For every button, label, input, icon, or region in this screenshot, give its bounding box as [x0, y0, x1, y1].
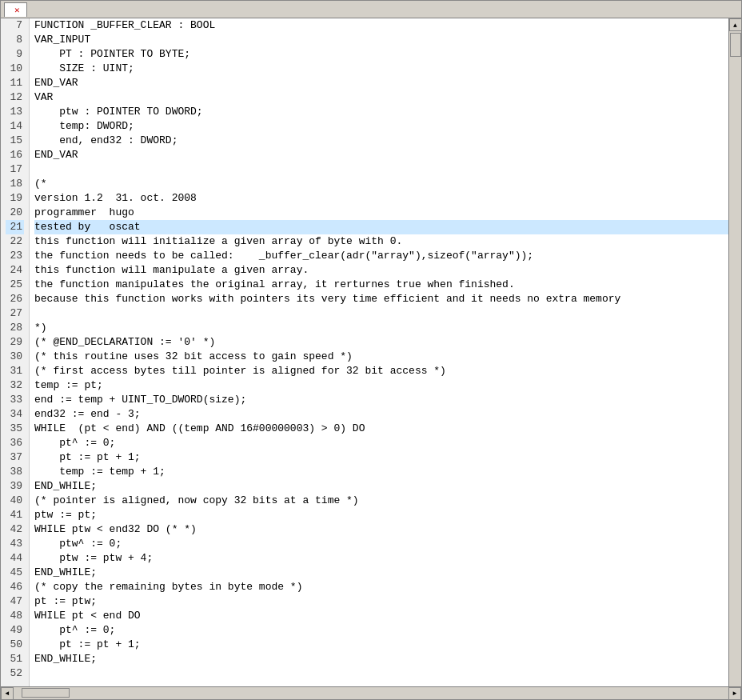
code-text: this function will manipulate a given ar…: [34, 263, 309, 278]
code-text: because this function works with pointer…: [34, 292, 620, 306]
horizontal-scrollbar[interactable]: ◄ ►: [1, 686, 741, 699]
line-number: 20: [6, 206, 24, 220]
line-number: 38: [6, 465, 24, 479]
code-line: (* copy the remaining bytes in byte mode…: [34, 580, 728, 594]
line-number: 11: [6, 76, 24, 90]
code-line: pt^ := 0;: [34, 623, 728, 638]
line-number: 15: [6, 134, 24, 148]
vertical-scrollbar[interactable]: ▲: [728, 18, 741, 686]
line-number: 43: [6, 537, 24, 551]
code-line: END_VAR: [34, 76, 728, 90]
code-text: this function will initialize a given ar…: [34, 234, 402, 249]
code-line: pt := pt + 1;: [34, 450, 728, 465]
code-line: (* pointer is aligned, now copy 32 bits …: [34, 494, 728, 508]
code-text: (* this routine uses 32 bit access to ga…: [34, 350, 353, 364]
line-number: 19: [6, 191, 24, 206]
line-number: 47: [6, 594, 24, 609]
code-line: *): [34, 321, 728, 335]
code-text: tested by oscat: [34, 220, 141, 234]
line-numbers: 7891011121314151617181920212223242526272…: [1, 18, 30, 686]
code-line: VAR_INPUT: [34, 33, 728, 47]
code-text: WHILE ptw < end32 DO (* *): [34, 522, 197, 537]
line-number: 26: [6, 292, 24, 306]
code-line: PT : POINTER TO BYTE;: [34, 47, 728, 62]
tab-close-button[interactable]: ✕: [14, 5, 20, 15]
line-number: 36: [6, 436, 24, 450]
file-tab[interactable]: ✕: [4, 2, 27, 17]
code-line: ptw := pt;: [34, 508, 728, 522]
line-number: 41: [6, 508, 24, 522]
line-number: 30: [6, 350, 24, 364]
code-text: temp: DWORD;: [34, 119, 134, 134]
scroll-thumb-h[interactable]: [22, 688, 70, 698]
line-number: 10: [6, 62, 24, 76]
line-number: 52: [6, 666, 24, 681]
code-text: (* @END_DECLARATION := '0' *): [34, 335, 215, 350]
scroll-thumb-v[interactable]: [730, 33, 741, 57]
code-line: (*: [34, 177, 728, 191]
line-number: 23: [6, 249, 24, 263]
code-text: ptw^ := 0;: [34, 537, 122, 551]
code-text: (* first access bytes till pointer is al…: [34, 364, 446, 378]
line-number: 51: [6, 652, 24, 666]
line-number: 28: [6, 321, 24, 335]
code-line: [34, 162, 728, 177]
code-line: ptw^ := 0;: [34, 537, 728, 551]
line-number: 8: [6, 33, 24, 47]
code-text: VAR_INPUT: [34, 33, 90, 47]
code-text: programmer hugo: [34, 206, 134, 220]
code-line: ptw : POINTER TO DWORD;: [34, 105, 728, 119]
line-number: 35: [6, 422, 24, 436]
line-number: 34: [6, 407, 24, 422]
line-number: 49: [6, 623, 24, 638]
code-text: (* copy the remaining bytes in byte mode…: [34, 580, 302, 594]
editor-area: 7891011121314151617181920212223242526272…: [1, 18, 741, 686]
code-text: version 1.2 31. oct. 2008: [34, 191, 197, 206]
line-number: 37: [6, 450, 24, 465]
code-line: END_WHILE;: [34, 652, 728, 666]
code-line: temp := temp + 1;: [34, 465, 728, 479]
line-number: 24: [6, 263, 24, 278]
code-line: end32 := end - 3;: [34, 407, 728, 422]
line-number: 50: [6, 638, 24, 652]
code-line: end, end32 : DWORD;: [34, 134, 728, 148]
scroll-right-button[interactable]: ►: [728, 687, 741, 700]
code-line: temp := pt;: [34, 378, 728, 393]
code-line: (* first access bytes till pointer is al…: [34, 364, 728, 378]
code-line: because this function works with pointer…: [34, 292, 728, 306]
line-number: 17: [6, 162, 24, 177]
code-line: WHILE (pt < end) AND ((temp AND 16#00000…: [34, 422, 728, 436]
line-number: 7: [6, 18, 24, 33]
code-line: the function needs to be called: _buffer…: [34, 249, 728, 263]
line-number: 25: [6, 278, 24, 292]
scroll-up-button[interactable]: ▲: [729, 18, 742, 31]
code-text: end := temp + UINT_TO_DWORD(size);: [34, 393, 246, 407]
code-line: END_WHILE;: [34, 479, 728, 494]
code-line: END_WHILE;: [34, 566, 728, 580]
code-text: the function manipulates the original ar…: [34, 278, 515, 292]
line-number: 21: [6, 220, 24, 234]
line-number: 33: [6, 393, 24, 407]
line-number: 48: [6, 609, 24, 623]
code-line: programmer hugo: [34, 206, 728, 220]
line-number: 27: [6, 306, 24, 321]
code-content[interactable]: FUNCTION _BUFFER_CLEAR : BOOLVAR_INPUT P…: [30, 18, 728, 686]
code-text: *): [34, 321, 47, 335]
code-text: pt := pt + 1;: [34, 450, 141, 465]
code-text: (*: [34, 177, 47, 191]
code-line: end := temp + UINT_TO_DWORD(size);: [34, 393, 728, 407]
scroll-left-button[interactable]: ◄: [1, 687, 14, 700]
code-text: VAR: [34, 90, 53, 105]
code-line: [34, 666, 728, 681]
code-line: END_VAR: [34, 148, 728, 162]
code-line: this function will manipulate a given ar…: [34, 263, 728, 278]
code-line: this function will initialize a given ar…: [34, 234, 728, 249]
code-text: ptw := pt;: [34, 508, 97, 522]
title-bar: ✕: [1, 1, 741, 18]
code-line: pt := ptw;: [34, 594, 728, 609]
line-number: 42: [6, 522, 24, 537]
line-number: 18: [6, 177, 24, 191]
code-text: end, end32 : DWORD;: [34, 134, 178, 148]
code-text: END_VAR: [34, 76, 78, 90]
line-number: 31: [6, 364, 24, 378]
